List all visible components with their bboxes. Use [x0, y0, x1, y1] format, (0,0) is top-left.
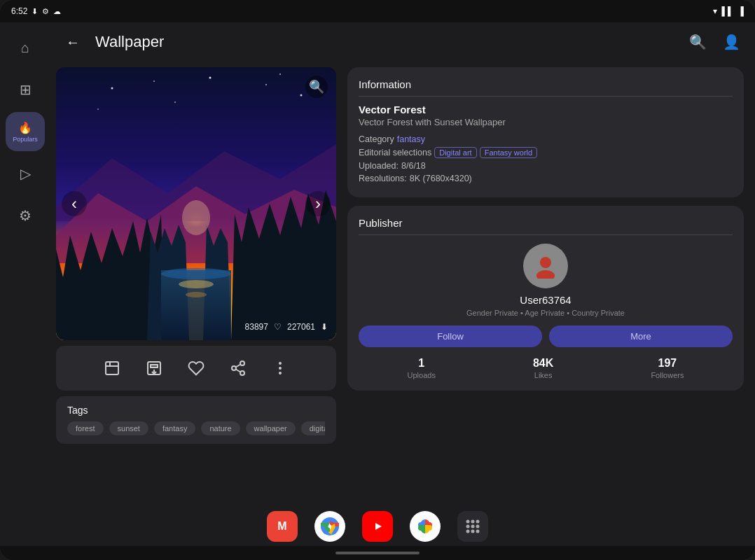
more-publisher-button[interactable]: More [549, 326, 733, 347]
sidebar-item-images[interactable]: ⊞ [6, 70, 45, 109]
uploaded-row: Uploaded: 8/6/18 [359, 161, 733, 171]
svg-point-20 [182, 200, 210, 235]
sidebar-item-populars[interactable]: 🔥 Populars [6, 112, 45, 151]
save-button[interactable] [140, 354, 168, 382]
downloads-count: 227061 [287, 322, 315, 332]
tag-item[interactable]: digital [301, 421, 325, 435]
tag-item[interactable]: sunset [109, 421, 148, 435]
editorial-tag-fantasy[interactable]: Fantasy world [480, 147, 537, 158]
status-right: ▾ ▌▌ ▐ [713, 6, 744, 16]
status-bar: 6:52 ⬇ ⚙ ☁ ▾ ▌▌ ▐ [0, 0, 755, 22]
sidebar-item-home[interactable]: ⌂ [6, 28, 45, 67]
chrome-app[interactable] [314, 511, 345, 542]
download-icon: ⬇ [32, 7, 38, 16]
wallpaper-subtitle: Vector Forest with Sunset Wallpaper [359, 117, 733, 127]
svg-point-28 [279, 362, 282, 365]
content-area: ← Wallpaper 🔍 👤 [50, 22, 755, 507]
editorial-tag-digital[interactable]: Digital art [434, 147, 476, 158]
svg-point-30 [279, 372, 282, 374]
publisher-username: User63764 [359, 294, 733, 306]
account-button[interactable]: 👤 [719, 29, 744, 55]
tag-item[interactable]: nature [201, 421, 240, 435]
svg-rect-21 [106, 362, 118, 374]
uploads-count: 1 [418, 357, 424, 370]
photos-app[interactable] [410, 511, 441, 542]
likes-count: 83897 [245, 322, 268, 332]
uploaded-value: 8/6/18 [401, 161, 426, 171]
apps-button[interactable] [457, 511, 488, 542]
publisher-card: Publisher User63764 Gender Private • Age… [347, 206, 744, 391]
svg-point-4 [209, 77, 212, 79]
information-card-title: Information [359, 78, 733, 97]
follow-button[interactable]: Follow [359, 326, 542, 347]
next-image-button[interactable]: › [305, 191, 331, 216]
svg-point-41 [471, 525, 475, 528]
publisher-avatar [523, 244, 568, 288]
svg-point-3 [153, 80, 155, 82]
cloud-status-icon: ☁ [53, 7, 61, 16]
prev-image-button[interactable]: ‹ [62, 191, 87, 216]
followers-label: Followers [651, 371, 684, 379]
settings-icon: ⚙ [19, 207, 32, 224]
page-title: Wallpaper [95, 33, 674, 51]
category-value[interactable]: fantasy [397, 134, 425, 144]
sidebar-item-settings[interactable]: ⚙ [6, 196, 45, 235]
set-wallpaper-button[interactable] [98, 354, 126, 382]
svg-point-5 [265, 84, 267, 85]
svg-point-7 [97, 108, 99, 110]
tags-section: Tags forest sunset fantasy nature wallpa… [56, 396, 336, 444]
home-bar [335, 552, 420, 554]
tag-item[interactable]: fantasy [154, 421, 195, 435]
sidebar: ⌂ ⊞ 🔥 Populars ▷ ⚙ [0, 22, 50, 507]
share-button[interactable] [224, 354, 252, 382]
zoom-button[interactable]: 🔍 [305, 76, 328, 98]
svg-point-19 [186, 292, 207, 298]
svg-point-38 [471, 520, 475, 524]
top-bar: ← Wallpaper 🔍 👤 [50, 22, 755, 62]
svg-point-45 [476, 530, 480, 533]
tag-item[interactable]: wallpaper [246, 421, 296, 435]
svg-point-39 [476, 520, 480, 524]
publisher-meta: Gender Private • Age Private • Country P… [359, 309, 733, 317]
action-bar [56, 346, 336, 391]
tag-item[interactable]: forest [67, 421, 104, 435]
publisher-actions: Follow More [359, 326, 733, 347]
svg-point-23 [240, 361, 244, 365]
likes-label: Likes [534, 371, 553, 379]
followers-count: 197 [658, 357, 677, 370]
editorial-row: Editorial selections Digital art Fantasy… [359, 147, 733, 158]
uploads-stat: 1 Uploads [408, 357, 436, 379]
svg-point-40 [466, 525, 470, 528]
avatar-wrapper [359, 244, 733, 288]
likes-count-pub: 84K [533, 357, 553, 370]
svg-point-32 [536, 270, 555, 279]
svg-point-9 [279, 74, 281, 75]
svg-point-2 [111, 88, 113, 90]
svg-point-17 [161, 268, 231, 279]
more-options-button[interactable] [266, 354, 294, 382]
likes-stat: 84K Likes [533, 357, 553, 379]
svg-point-44 [471, 530, 475, 533]
like-button[interactable] [182, 354, 210, 382]
youtube-app[interactable] [362, 511, 393, 542]
search-button[interactable]: 🔍 [685, 29, 710, 55]
svg-point-31 [540, 257, 551, 268]
editorial-label: Editorial selections [359, 148, 431, 158]
svg-point-6 [300, 94, 303, 97]
resolution-row: Resolutions: 8K (7680x4320) [359, 174, 733, 183]
main-content: 🔍 ‹ › 83897 ♡ 227061 ⬇ [50, 62, 755, 507]
wallpaper-image [56, 67, 336, 340]
top-actions: 🔍 👤 [685, 29, 744, 55]
heart-icon: ♡ [274, 322, 282, 332]
gmail-app[interactable]: M [267, 511, 298, 542]
images-icon: ⊞ [20, 81, 32, 98]
back-button[interactable]: ← [62, 31, 84, 53]
wallpaper-panel: 🔍 ‹ › 83897 ♡ 227061 ⬇ [56, 67, 336, 501]
uploaded-label: Uploaded: [359, 161, 399, 171]
followers-stat: 197 Followers [651, 357, 684, 379]
sidebar-item-collections[interactable]: ▷ [6, 154, 45, 193]
bottom-nav: M [0, 507, 755, 546]
info-panel: Information Vector Forest Vector Forest … [347, 67, 744, 501]
svg-line-27 [236, 365, 241, 368]
svg-line-26 [236, 370, 241, 372]
